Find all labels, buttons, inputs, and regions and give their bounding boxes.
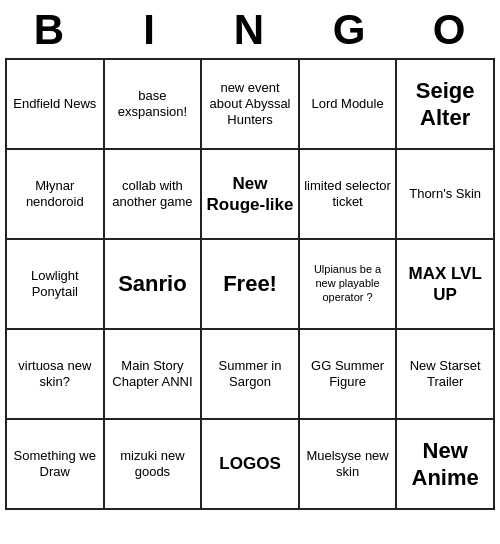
cell-r0-c4: Seige Alter — [396, 59, 494, 149]
cell-r0-c1: base exspansion! — [104, 59, 202, 149]
cell-r3-c2: Summer in Sargon — [201, 329, 299, 419]
cell-r3-c1: Main Story Chapter ANNI — [104, 329, 202, 419]
cell-r2-c3: Ulpianus be a new playable operator ? — [299, 239, 396, 329]
letter-o: O — [405, 6, 495, 54]
letter-g: G — [305, 6, 395, 54]
cell-r4-c4: New Anime — [396, 419, 494, 509]
bingo-title: B I N G O — [0, 0, 500, 58]
cell-r1-c4: Thorn's Skin — [396, 149, 494, 239]
cell-r4-c2: LOGOS — [201, 419, 299, 509]
cell-r0-c0: Endfield News — [6, 59, 104, 149]
cell-r4-c3: Muelsyse new skin — [299, 419, 396, 509]
letter-n: N — [205, 6, 295, 54]
cell-r1-c2: New Rouge-like — [201, 149, 299, 239]
cell-r4-c0: Something we Draw — [6, 419, 104, 509]
cell-r3-c4: New Starset Trailer — [396, 329, 494, 419]
letter-i: I — [105, 6, 195, 54]
cell-r1-c0: Młynar nendoroid — [6, 149, 104, 239]
bingo-grid: Endfield Newsbase exspansion!new event a… — [5, 58, 495, 510]
cell-r1-c1: collab with another game — [104, 149, 202, 239]
cell-r2-c2: Free! — [201, 239, 299, 329]
cell-r4-c1: mizuki new goods — [104, 419, 202, 509]
cell-r2-c1: Sanrio — [104, 239, 202, 329]
cell-r0-c2: new event about Abyssal Hunters — [201, 59, 299, 149]
cell-r2-c0: Lowlight Ponytail — [6, 239, 104, 329]
cell-r2-c4: MAX LVL UP — [396, 239, 494, 329]
cell-r3-c3: GG Summer Figure — [299, 329, 396, 419]
cell-r3-c0: virtuosa new skin? — [6, 329, 104, 419]
cell-r1-c3: limited selector ticket — [299, 149, 396, 239]
cell-r0-c3: Lord Module — [299, 59, 396, 149]
letter-b: B — [5, 6, 95, 54]
